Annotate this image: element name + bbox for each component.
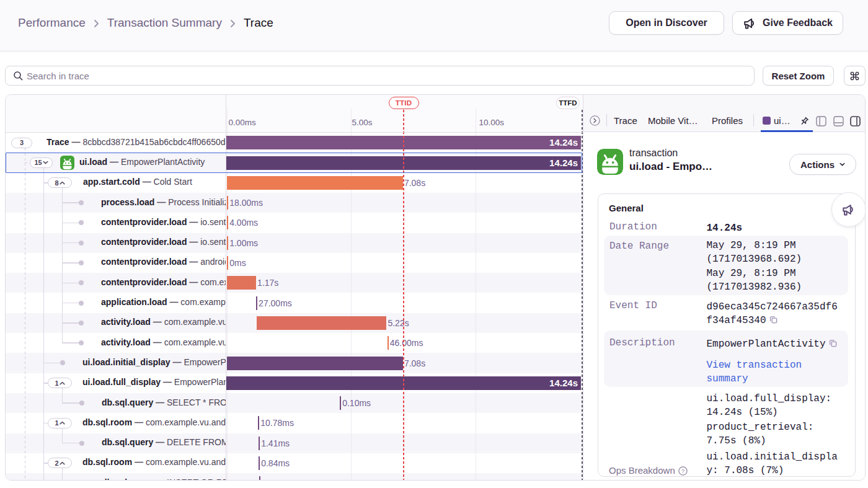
svg-text:?: ? [681, 468, 684, 474]
